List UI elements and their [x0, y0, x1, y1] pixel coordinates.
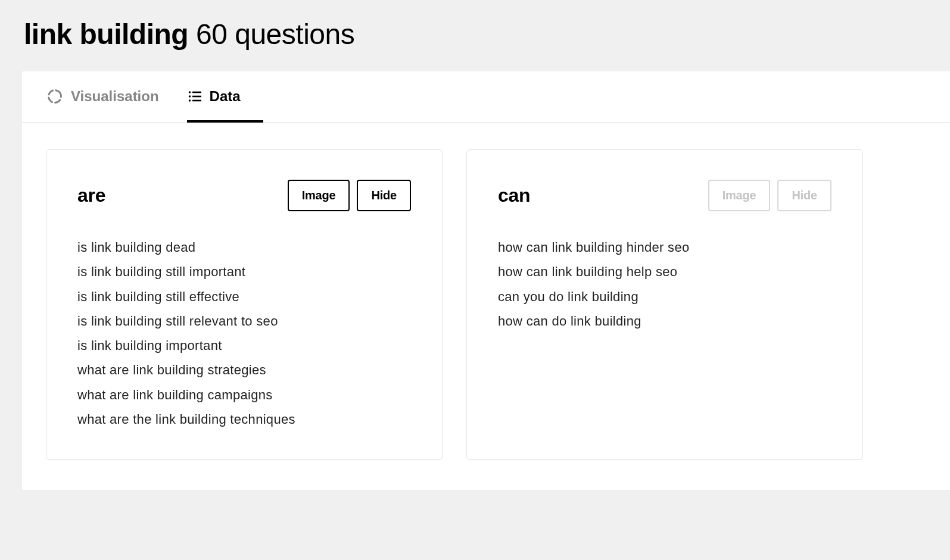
question-item[interactable]: is link building still important: [77, 264, 411, 279]
tab-data[interactable]: Data: [187, 71, 263, 123]
question-item[interactable]: what are link building strategies: [77, 362, 411, 377]
visualisation-icon: [47, 89, 63, 104]
tabs: Visualisation Data: [22, 71, 950, 123]
question-item[interactable]: can you do link building: [498, 289, 831, 304]
svg-point-0: [47, 89, 63, 104]
card-header: are Image Hide: [77, 180, 411, 211]
list-icon: [188, 90, 201, 103]
card-actions: Image Hide: [288, 180, 411, 211]
card-actions: Image Hide: [708, 180, 831, 211]
keyword-text: link building: [24, 18, 188, 50]
svg-rect-6: [192, 100, 201, 102]
page-title: link building 60 questions: [24, 18, 926, 51]
question-list: is link building dead is link building s…: [77, 240, 411, 427]
svg-point-3: [188, 95, 191, 98]
question-item[interactable]: what are link building campaigns: [77, 387, 411, 402]
page-header: link building 60 questions: [0, 0, 950, 71]
image-button[interactable]: Image: [288, 180, 350, 211]
svg-rect-4: [192, 96, 201, 98]
image-button[interactable]: Image: [708, 180, 771, 211]
question-item[interactable]: is link building still relevant to seo: [77, 314, 411, 329]
question-item[interactable]: is link building important: [77, 338, 411, 353]
tab-label: Data: [210, 88, 241, 105]
question-list: how can link building hinder seo how can…: [498, 240, 831, 329]
tab-visualisation[interactable]: Visualisation: [46, 71, 166, 123]
hide-button[interactable]: Hide: [357, 180, 411, 211]
question-card-can: can Image Hide how can link building hin…: [466, 149, 863, 460]
card-header: can Image Hide: [498, 180, 831, 211]
card-title: are: [77, 184, 105, 207]
svg-rect-2: [192, 92, 201, 93]
question-item[interactable]: what are the link building techniques: [77, 412, 411, 427]
cards-container: are Image Hide is link building dead is …: [22, 123, 950, 490]
question-item[interactable]: is link building still effective: [77, 289, 411, 304]
count-label: 60 questions: [196, 18, 354, 50]
svg-point-1: [188, 91, 191, 93]
question-item[interactable]: how can link building hinder seo: [498, 240, 831, 255]
card-title: can: [498, 184, 530, 207]
question-item[interactable]: how can link building help seo: [498, 264, 831, 279]
question-card-are: are Image Hide is link building dead is …: [46, 149, 443, 460]
tab-label: Visualisation: [71, 88, 159, 105]
content-panel: Visualisation Data are Image: [22, 71, 950, 490]
question-item[interactable]: how can do link building: [498, 314, 831, 329]
svg-point-5: [188, 99, 191, 102]
question-item[interactable]: is link building dead: [77, 240, 411, 255]
hide-button[interactable]: Hide: [777, 180, 831, 211]
